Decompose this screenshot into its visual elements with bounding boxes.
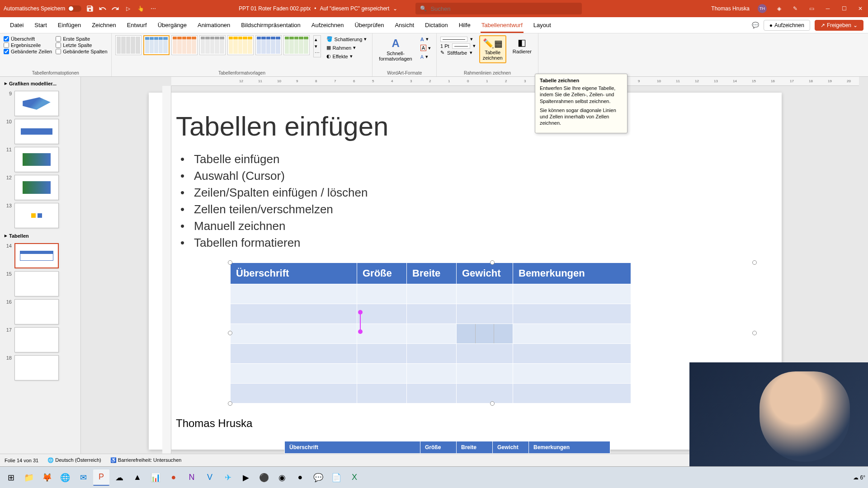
- bullet-item[interactable]: Tabellen formatieren: [176, 235, 755, 251]
- vscode-icon[interactable]: V: [202, 469, 218, 486]
- slide-thumb-12[interactable]: 12: [4, 175, 77, 200]
- status-lang[interactable]: 🌐 Deutsch (Österreich): [47, 457, 101, 463]
- firefox-icon[interactable]: 🦊: [39, 469, 55, 486]
- chk-erste-spalte[interactable]: Erste Spalte: [56, 36, 107, 42]
- tab-animationen[interactable]: Animationen: [192, 17, 236, 33]
- bullet-item[interactable]: Zeilen/Spalten einfügen / löschen: [176, 184, 755, 201]
- tabelle-zeichnen-button[interactable]: ✏️▦ Tabelle zeichnen: [479, 35, 506, 63]
- bullet-item[interactable]: Manuell zeichnen: [176, 218, 755, 235]
- slide-table[interactable]: Überschrift Größe Breite Gewicht Bemerku…: [230, 263, 755, 404]
- line-style-select[interactable]: ▾: [440, 36, 476, 42]
- table-style-2[interactable]: [143, 35, 170, 55]
- table-header[interactable]: Überschrift: [231, 263, 357, 284]
- table-style-5[interactable]: [227, 35, 254, 55]
- slide-author[interactable]: Thomas Hruska: [176, 417, 755, 430]
- slide-thumb-10[interactable]: 10: [4, 119, 77, 144]
- table-header[interactable]: Größe: [357, 263, 407, 284]
- maximize-icon[interactable]: ☐: [840, 5, 848, 13]
- redo-icon[interactable]: [111, 5, 119, 13]
- chk-gebaenderte-spalten[interactable]: Gebänderte Spalten: [56, 49, 107, 54]
- onenote-icon[interactable]: N: [184, 469, 200, 486]
- vlc-icon[interactable]: ▲: [129, 469, 146, 486]
- section-tabellen[interactable]: ▸ Tabellen: [2, 231, 79, 240]
- chk-gebaenderte-zeilen[interactable]: Gebänderte Zeilen: [4, 49, 52, 54]
- table-style-1[interactable]: [115, 35, 142, 55]
- sel-handle[interactable]: [228, 401, 232, 406]
- slideshow-icon[interactable]: ▷: [124, 5, 132, 13]
- app-icon[interactable]: ☁: [111, 469, 127, 486]
- undo-icon[interactable]: [99, 5, 107, 13]
- status-accessibility[interactable]: ♿ Barrierefreiheit: Untersuchen: [110, 457, 182, 463]
- slide[interactable]: Tabellen einfügen Tabelle einfügen Auswa…: [149, 93, 782, 450]
- search-box[interactable]: 🔍: [415, 3, 582, 14]
- slide-thumb-14[interactable]: 14: [4, 243, 77, 268]
- tab-start[interactable]: Start: [29, 17, 52, 33]
- pen-icon[interactable]: ✎: [791, 5, 799, 13]
- rahmen-button[interactable]: ▦ Rahmen ▾: [325, 44, 369, 52]
- chk-letzte-spalte[interactable]: Letzte Spalte: [56, 42, 107, 48]
- sel-handle[interactable]: [490, 401, 495, 406]
- comments-icon[interactable]: 💬: [752, 22, 759, 28]
- slide-panel[interactable]: ▸ Grafiken modellier... 9 10 11 12 13 ▸ …: [0, 77, 81, 454]
- chk-ergebniszeile[interactable]: Ergebniszeile: [4, 42, 52, 48]
- slide-thumb-16[interactable]: 16: [4, 299, 77, 324]
- table-header[interactable]: Gewicht: [457, 263, 513, 284]
- pen-color-button[interactable]: ✎ Stiftfarbe ▾: [440, 50, 476, 56]
- sel-handle[interactable]: [228, 331, 232, 335]
- sync-icon[interactable]: ◈: [775, 5, 783, 13]
- app-icon[interactable]: 💬: [310, 469, 326, 486]
- bullet-item[interactable]: Auswahl (Cursor): [176, 168, 755, 184]
- weather-widget[interactable]: ☁ 6°: [853, 474, 865, 481]
- app-icon[interactable]: ●: [165, 469, 182, 486]
- status-slide-count[interactable]: Folie 14 von 31: [5, 458, 38, 463]
- section-grafiken[interactable]: ▸ Grafiken modellier...: [2, 79, 79, 88]
- autosave-toggle[interactable]: Automatisches Speichern: [4, 5, 81, 12]
- bullet-list[interactable]: Tabelle einfügen Auswahl (Cursor) Zeilen…: [176, 151, 755, 251]
- tab-bildschirm[interactable]: Bildschirmpräsentation: [236, 17, 306, 33]
- user-avatar[interactable]: TH: [758, 4, 767, 13]
- excel-icon[interactable]: X: [346, 469, 363, 486]
- app-icon[interactable]: 📄: [328, 469, 344, 486]
- telegram-icon[interactable]: ✈: [220, 469, 236, 486]
- window-icon[interactable]: ▭: [807, 5, 816, 13]
- bullet-item[interactable]: Tabelle einfügen: [176, 151, 755, 168]
- bullet-item[interactable]: Zellen teilen/verschmelzen: [176, 201, 755, 218]
- tab-layout[interactable]: Layout: [528, 17, 557, 33]
- table-style-4[interactable]: [199, 35, 226, 55]
- touch-icon[interactable]: 👆: [137, 5, 145, 13]
- slide-thumb-18[interactable]: 18: [4, 355, 77, 380]
- powerpoint-icon[interactable]: P: [93, 469, 109, 486]
- app-icon[interactable]: 📊: [147, 469, 164, 486]
- tab-tabellenentwurf[interactable]: Tabellenentwurf: [476, 17, 528, 33]
- sel-handle[interactable]: [228, 260, 232, 265]
- chevron-down-icon[interactable]: ⌄: [393, 5, 397, 12]
- sel-handle[interactable]: [752, 331, 757, 335]
- text-fill-button[interactable]: A ▾: [419, 35, 433, 43]
- app-icon[interactable]: ◉: [274, 469, 290, 486]
- slide-thumb-11[interactable]: 11: [4, 147, 77, 172]
- record-button[interactable]: ● Aufzeichnen: [764, 20, 810, 31]
- search-input[interactable]: [430, 5, 577, 12]
- qat-more-icon[interactable]: ⋯: [149, 5, 157, 13]
- slide-thumb-17[interactable]: 17: [4, 327, 77, 352]
- table-style-7[interactable]: [283, 35, 310, 55]
- slide-thumb-9[interactable]: 9: [4, 91, 77, 116]
- tab-zeichnen[interactable]: Zeichnen: [86, 17, 121, 33]
- tab-datei[interactable]: Datei: [5, 17, 29, 33]
- obs-icon[interactable]: ⚫: [256, 469, 272, 486]
- minimize-icon[interactable]: ─: [824, 5, 832, 13]
- sel-handle[interactable]: [490, 260, 495, 265]
- radierer-button[interactable]: ◧ Radierer: [510, 35, 534, 56]
- explorer-icon[interactable]: 📁: [21, 469, 37, 486]
- styles-more[interactable]: ▴▾⋯: [313, 35, 321, 57]
- slide-thumb-13[interactable]: 13: [4, 203, 77, 228]
- line-weight-select[interactable]: 1 Pt ▾: [440, 43, 476, 49]
- tab-einfuegen[interactable]: Einfügen: [52, 17, 86, 33]
- close-icon[interactable]: ✕: [856, 5, 864, 13]
- table-header[interactable]: Bemerkungen: [513, 263, 631, 284]
- tab-aufzeichnen[interactable]: Aufzeichnen: [306, 17, 349, 33]
- share-button[interactable]: ↗ Freigeben ⌄: [815, 20, 863, 31]
- app-icon[interactable]: ●: [292, 469, 308, 486]
- schnellformat-button[interactable]: A Schnell- formatvorlagen: [376, 35, 415, 63]
- tab-uebergaenge[interactable]: Übergänge: [152, 17, 192, 33]
